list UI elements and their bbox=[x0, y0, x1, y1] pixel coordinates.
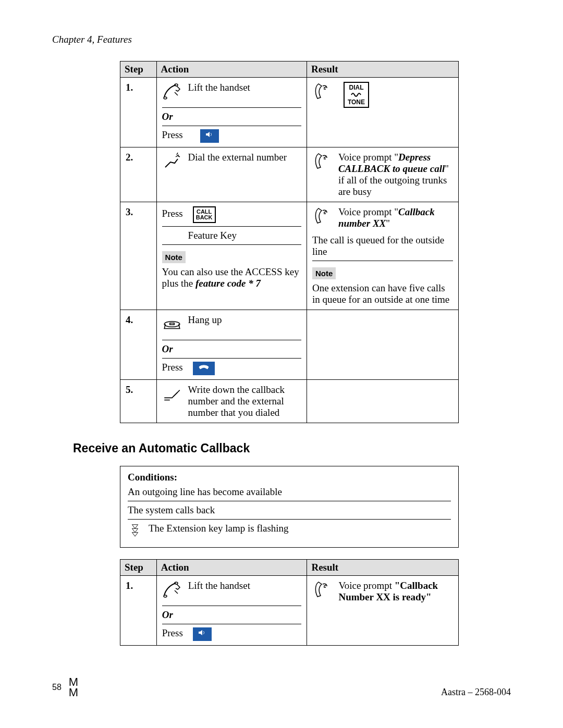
dial-icon bbox=[162, 152, 182, 174]
conditions-header: Conditions: bbox=[128, 472, 451, 483]
th-action: Action bbox=[156, 560, 307, 576]
speaker-button-icon bbox=[200, 129, 219, 143]
action-text: Hang up bbox=[188, 314, 301, 326]
lamp-flashing-icon bbox=[128, 523, 142, 540]
action-text: Dial the external number bbox=[188, 152, 301, 163]
onhook-button-icon bbox=[193, 362, 215, 375]
step-number: 5. bbox=[120, 380, 157, 423]
write-icon bbox=[162, 384, 182, 406]
handset-ringing-icon bbox=[312, 82, 332, 104]
handset-ringing-icon bbox=[312, 152, 332, 174]
callback-key-icon: CALLBACK bbox=[193, 206, 216, 223]
lift-handset-icon bbox=[162, 82, 182, 104]
logo-mark: MM bbox=[69, 677, 79, 698]
step-number: 3. bbox=[120, 202, 157, 310]
result-text: Voice prompt "Depress CALLBACK to queue … bbox=[338, 152, 453, 198]
or-label: Or bbox=[162, 111, 301, 122]
th-result: Result bbox=[307, 61, 458, 78]
step-number: 1. bbox=[120, 78, 157, 147]
table-row: 2. Dial the external number Voice prompt… bbox=[120, 147, 459, 202]
or-label: Or bbox=[162, 343, 301, 355]
speaker-button-icon bbox=[193, 627, 212, 641]
step-number: 2. bbox=[120, 147, 157, 202]
step-number: 1. bbox=[120, 576, 157, 646]
or-label: Or bbox=[162, 609, 302, 621]
lift-handset-icon bbox=[162, 580, 182, 602]
action-text: Lift the handset bbox=[188, 82, 301, 93]
note-text: One extension can have five calls in que… bbox=[312, 282, 453, 305]
condition-item: An outgoing line has become available bbox=[128, 486, 451, 498]
th-step: Step bbox=[120, 560, 157, 576]
handset-ringing-icon bbox=[312, 580, 332, 602]
press-label: Press bbox=[162, 208, 183, 219]
press-label: Press bbox=[162, 129, 183, 141]
press-label: Press bbox=[162, 362, 183, 373]
chapter-header: Chapter 4, Features bbox=[52, 34, 511, 45]
procedure-table-2: Step Action Result 1. Lift the handset O… bbox=[120, 559, 459, 646]
page-number: 58 bbox=[52, 683, 62, 692]
step-number: 4. bbox=[120, 310, 157, 380]
th-result: Result bbox=[307, 560, 459, 576]
condition-item: The Extension key lamp is flashing bbox=[149, 523, 289, 534]
table-row: 1. Lift the handset Or Press bbox=[120, 576, 459, 646]
note-badge: Note bbox=[312, 267, 336, 279]
result-text: Voice prompt "Callback number XX" bbox=[338, 206, 453, 229]
table-row: 1. Lift the handset Or Press bbox=[120, 78, 459, 147]
result-text: The call is queued for the outside line bbox=[312, 235, 453, 257]
procedure-table-1: Step Action Result 1. Lift the handset O… bbox=[120, 61, 459, 423]
note-badge: Note bbox=[162, 251, 186, 263]
section-heading: Receive an Automatic Callback bbox=[73, 441, 511, 455]
feature-key-label: Feature Key bbox=[162, 230, 301, 241]
handset-ringing-icon bbox=[312, 206, 332, 229]
table-row: 5. Write down the callback number and th… bbox=[120, 380, 459, 423]
dial-tone-indicator: DIAL TONE bbox=[344, 82, 369, 108]
press-label: Press bbox=[162, 627, 183, 638]
page-footer: 58 MM Aastra – 2568-004 bbox=[52, 677, 511, 698]
conditions-box: Conditions: An outgoing line has become … bbox=[120, 466, 459, 548]
note-text: You can also use the ACCESS key plus the… bbox=[162, 266, 301, 289]
table-row: 4. Hang up Or Press bbox=[120, 310, 459, 380]
th-step: Step bbox=[120, 61, 157, 78]
action-text: Lift the handset bbox=[188, 580, 302, 591]
document-id: Aastra – 2568-004 bbox=[441, 687, 511, 698]
result-text: Voice prompt "Callback Number XX is read… bbox=[338, 580, 453, 603]
hang-up-icon bbox=[162, 314, 182, 337]
action-text: Write down the callback number and the e… bbox=[188, 384, 301, 418]
th-action: Action bbox=[156, 61, 307, 78]
table-row: 3. Press CALLBACK Feature Key Note You c… bbox=[120, 202, 459, 310]
condition-item: The system calls back bbox=[128, 504, 451, 516]
